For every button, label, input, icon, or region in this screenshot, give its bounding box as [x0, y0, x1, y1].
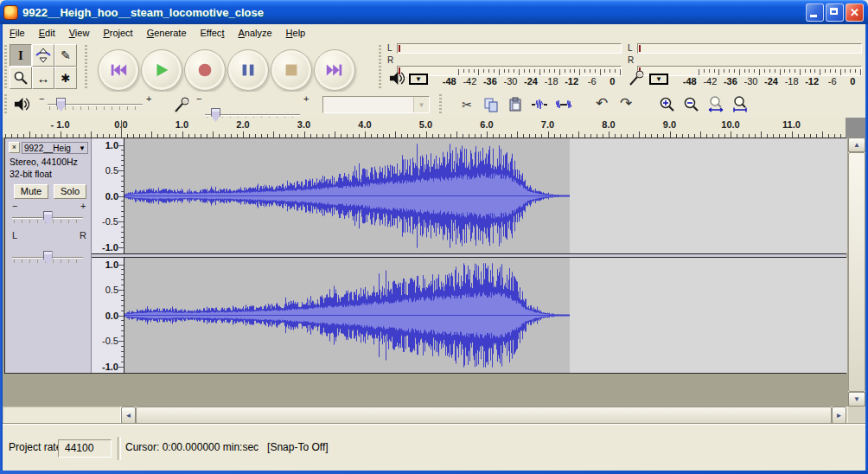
scrollbar-corner: [848, 407, 865, 424]
gain-slider[interactable]: [12, 213, 83, 223]
output-meter[interactable]: L R ▼ -48-42-36-30-24-18-12-60: [386, 42, 624, 91]
output-volume-thumb[interactable]: [56, 98, 66, 112]
meter-tick: [519, 69, 520, 75]
timeshift-tool-button[interactable]: ↔: [32, 67, 54, 89]
meter-tick: [474, 69, 475, 73]
menu-help[interactable]: Help: [279, 24, 313, 42]
envelope-tool-button[interactable]: [32, 44, 54, 67]
pause-button[interactable]: [227, 49, 269, 91]
record-icon: [195, 61, 214, 80]
redo-icon: ↷: [620, 94, 632, 112]
vertical-scrollbar[interactable]: ▲ ▼: [848, 138, 865, 407]
meter-tick: [463, 69, 464, 73]
record-button[interactable]: [184, 49, 226, 91]
zoom-in-button[interactable]: [657, 94, 678, 115]
ruler-tick: [273, 131, 274, 138]
meter-tick: [780, 69, 781, 75]
audacity-app-icon: [3, 5, 18, 20]
meter-tick: [539, 69, 540, 75]
fit-selection-button[interactable]: [705, 94, 726, 115]
ruler-tick: [761, 131, 762, 138]
vscroll-track[interactable]: [848, 152, 865, 392]
ruler-label: 10.0: [721, 119, 739, 130]
undo-button[interactable]: ↶: [591, 93, 612, 113]
vruler-label: -1.0: [102, 362, 118, 372]
meter-tick: [734, 69, 735, 73]
input-meter[interactable]: L R ▼ -48-42-36-30-24-18-12-60: [626, 42, 865, 91]
vertical-ruler-left-channel[interactable]: 1.00.50.0-0.5-1.0: [92, 138, 124, 253]
meter-tick: [620, 69, 621, 75]
window-border-bottom: [0, 471, 868, 474]
toolbar-grip[interactable]: [4, 45, 7, 88]
ruler-tick: [182, 131, 183, 138]
draw-tool-button[interactable]: ✎: [54, 44, 77, 67]
menu-view[interactable]: View: [62, 24, 97, 42]
selection-tool-button[interactable]: I: [10, 44, 32, 67]
vertical-ruler-right-channel[interactable]: 1.00.50.0-0.5-1.0: [92, 258, 124, 373]
menu-file[interactable]: File: [3, 24, 32, 42]
cut-button[interactable]: ✂: [456, 94, 477, 115]
input-meter-dropdown[interactable]: ▼: [649, 74, 668, 85]
menu-generate[interactable]: Generate: [140, 24, 194, 42]
meter-tick: [729, 69, 730, 73]
pan-slider-thumb[interactable]: [43, 251, 53, 265]
zoom-tool-button[interactable]: [10, 67, 32, 89]
playback-cursor: [121, 120, 122, 138]
output-meter-dropdown[interactable]: ▼: [409, 74, 428, 85]
hscroll-track[interactable]: [136, 407, 832, 424]
pan-slider[interactable]: [12, 253, 83, 263]
minimize-button[interactable]: [806, 3, 824, 22]
fit-project-button[interactable]: [730, 94, 750, 115]
scroll-up-button[interactable]: ▲: [848, 138, 865, 152]
scroll-left-button[interactable]: ◄: [121, 407, 136, 424]
redo-button[interactable]: ↷: [616, 93, 636, 113]
hscroll-thumb[interactable]: [136, 407, 832, 424]
output-volume-slider[interactable]: [48, 99, 143, 110]
menu-project[interactable]: Project: [96, 24, 139, 42]
multi-tool-button[interactable]: ✱: [54, 67, 77, 89]
maximize-button[interactable]: [826, 3, 844, 22]
vscroll-thumb[interactable]: [848, 152, 865, 392]
vruler-label: 0.5: [105, 285, 118, 295]
close-button[interactable]: [846, 3, 864, 22]
toolbar-grip[interactable]: [4, 94, 7, 115]
gain-slider-thumb[interactable]: [43, 211, 53, 225]
solo-button[interactable]: Solo: [54, 184, 86, 199]
waveform-right-channel[interactable]: [124, 258, 847, 373]
zoom-out-button[interactable]: [681, 94, 702, 115]
input-volume-mic-icon: [174, 96, 191, 113]
meter-tick: [574, 69, 575, 73]
meter-tick: [524, 69, 525, 73]
scroll-down-button[interactable]: ▼: [848, 392, 865, 407]
ruler-label: 9.0: [663, 119, 676, 130]
track-close-button[interactable]: ×: [9, 142, 20, 153]
timeline-ruler[interactable]: - 1.00.01.02.03.04.05.06.07.08.09.010.01…: [3, 118, 846, 138]
titlebar[interactable]: 9922__Heigh_hoo__steam_locomotive_close: [0, 0, 868, 24]
meter-tick: [825, 69, 826, 73]
project-rate-value[interactable]: 44100: [58, 439, 112, 458]
skip-to-end-button[interactable]: [314, 49, 355, 91]
waveform-left-channel[interactable]: [124, 138, 847, 253]
menu-edit[interactable]: Edit: [32, 24, 62, 42]
paste-button[interactable]: [505, 94, 526, 115]
toolbar-grip[interactable]: [85, 45, 87, 88]
ruler-corner: [846, 118, 865, 138]
copy-button[interactable]: [481, 94, 501, 115]
scroll-right-button[interactable]: ►: [832, 407, 846, 424]
track-title-menu[interactable]: 9922__Heig ▼: [22, 142, 88, 154]
toolbar-grip[interactable]: [379, 45, 381, 88]
stop-button[interactable]: [271, 49, 312, 91]
trim-outside-selection-button[interactable]: [529, 94, 550, 115]
play-button[interactable]: [141, 49, 182, 91]
menu-analyze[interactable]: Analyze: [231, 24, 278, 42]
silence-selection-button[interactable]: [553, 94, 574, 115]
magnifier-icon: [13, 70, 29, 86]
skip-to-start-button[interactable]: [98, 49, 139, 91]
toolbar-grip[interactable]: [439, 94, 442, 115]
menu-effect[interactable]: Effect: [194, 24, 232, 42]
mute-button[interactable]: Mute: [14, 184, 48, 199]
meter-scale-value: -30: [501, 76, 521, 86]
mixer-edit-toolbar: − + − + ▼ ✂: [3, 92, 865, 118]
multi-tool-icon: ✱: [61, 72, 71, 85]
input-source-select[interactable]: ▼: [322, 96, 430, 113]
